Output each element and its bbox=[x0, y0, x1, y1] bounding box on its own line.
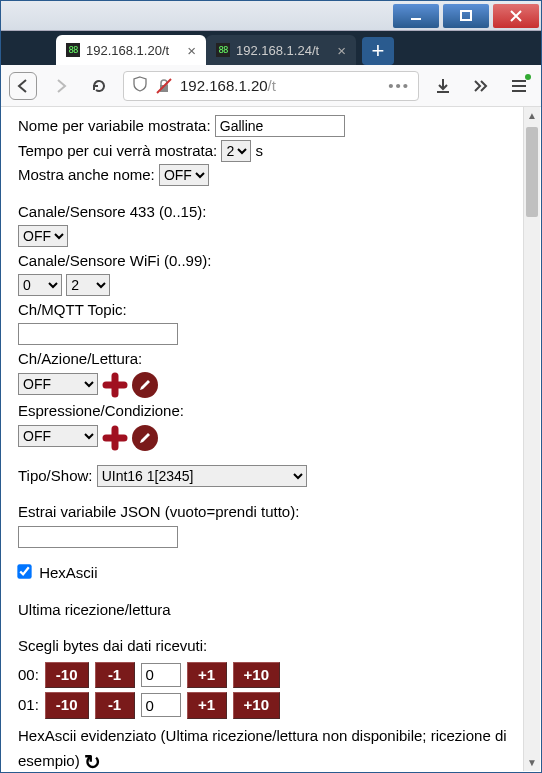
scroll-up-arrow-icon[interactable]: ▲ bbox=[524, 107, 540, 124]
nav-forward-button[interactable] bbox=[47, 72, 75, 100]
window-maximize-button[interactable] bbox=[443, 4, 489, 28]
hexascii-checkbox[interactable] bbox=[17, 564, 31, 578]
byte-plus1-button[interactable]: +1 bbox=[187, 662, 227, 689]
nav-back-button[interactable] bbox=[9, 72, 37, 100]
new-tab-button[interactable]: + bbox=[362, 37, 394, 65]
tab-close-icon[interactable]: × bbox=[187, 42, 196, 59]
canalewifi-b-select[interactable]: 2 bbox=[66, 274, 110, 296]
scroll-down-arrow-icon[interactable]: ▼ bbox=[524, 754, 540, 771]
ultima-ricezione-label: Ultima ricezione/lettura bbox=[18, 601, 171, 618]
scroll-thumb[interactable] bbox=[526, 127, 538, 217]
refresh-icon[interactable]: ↻ bbox=[84, 751, 101, 771]
browser-tab-active[interactable]: 88 192.168.1.20/t × bbox=[56, 35, 206, 65]
byte-minus1-button[interactable]: -1 bbox=[95, 662, 135, 689]
tipo-select[interactable]: UInt16 1[2345] bbox=[97, 465, 307, 487]
nav-reload-button[interactable] bbox=[85, 72, 113, 100]
canalewifi-label: Canale/Sensore WiFi (0..99): bbox=[18, 252, 211, 269]
favicon-icon: 88 bbox=[66, 43, 80, 57]
espressione-label: Espressione/Condizione: bbox=[18, 402, 184, 419]
mostra-nome-select[interactable]: OFF bbox=[159, 164, 209, 186]
downloads-button[interactable] bbox=[429, 72, 457, 100]
browser-tab-strip: 88 192.168.1.20/t × 88 192.168.1.24/t × … bbox=[1, 31, 541, 65]
tab-close-icon[interactable]: × bbox=[337, 42, 346, 59]
svg-rect-1 bbox=[461, 11, 471, 20]
json-label: Estrai variabile JSON (vuoto=prendi tutt… bbox=[18, 503, 299, 520]
mqtt-label: Ch/MQTT Topic: bbox=[18, 301, 127, 318]
azione-label: Ch/Azione/Lettura: bbox=[18, 350, 142, 367]
tempo-select[interactable]: 2 bbox=[221, 140, 251, 162]
edit-icon[interactable] bbox=[132, 372, 158, 398]
scegli-bytes-label: Scegli bytes dai dati ricevuti: bbox=[18, 637, 207, 654]
byte-row-00: 00: -10 -1 +1 +10 bbox=[18, 662, 516, 689]
byte-value-input[interactable] bbox=[141, 663, 181, 687]
overflow-button[interactable] bbox=[467, 72, 495, 100]
insecure-lock-icon[interactable] bbox=[156, 78, 172, 94]
json-input[interactable] bbox=[18, 526, 178, 548]
mostra-nome-label: Mostra anche nome: bbox=[18, 166, 155, 183]
tipo-label: Tipo/Show: bbox=[18, 467, 92, 484]
plus-icon[interactable] bbox=[102, 372, 128, 398]
byte-plus10-button[interactable]: +10 bbox=[233, 662, 280, 689]
byte-minus10-button[interactable]: -10 bbox=[45, 662, 89, 689]
browser-toolbar: 192.168.1.20/t ••• bbox=[1, 65, 541, 107]
hexascii-label: HexAscii bbox=[39, 564, 97, 581]
plus-icon[interactable] bbox=[102, 425, 128, 451]
byte-plus1-button[interactable]: +1 bbox=[187, 692, 227, 719]
canalewifi-a-select[interactable]: 0 bbox=[18, 274, 62, 296]
url-text: 192.168.1.20/t bbox=[180, 77, 380, 94]
edit-icon[interactable] bbox=[132, 425, 158, 451]
tab-title: 192.168.1.24/t bbox=[236, 43, 319, 58]
byte-row-01: 01: -10 -1 +1 +10 bbox=[18, 692, 516, 719]
window-minimize-button[interactable] bbox=[393, 4, 439, 28]
canale433-select[interactable]: OFF bbox=[18, 225, 68, 247]
byte-tag: 01: bbox=[18, 694, 39, 717]
tempo-label: Tempo per cui verrà mostrata: bbox=[18, 142, 217, 159]
nome-label: Nome per variabile mostrata: bbox=[18, 117, 211, 134]
canale433-label: Canale/Sensore 433 (0..15): bbox=[18, 203, 206, 220]
update-dot-icon bbox=[525, 74, 531, 80]
app-menu-button[interactable] bbox=[505, 72, 533, 100]
nome-input[interactable] bbox=[215, 115, 345, 137]
byte-plus10-button[interactable]: +10 bbox=[233, 692, 280, 719]
byte-minus10-button[interactable]: -10 bbox=[45, 692, 89, 719]
page-actions-icon[interactable]: ••• bbox=[388, 77, 410, 94]
espressione-select[interactable]: OFF bbox=[18, 425, 98, 447]
tab-title: 192.168.1.20/t bbox=[86, 43, 169, 58]
byte-value-input[interactable] bbox=[141, 693, 181, 717]
mqtt-input[interactable] bbox=[18, 323, 178, 345]
address-bar[interactable]: 192.168.1.20/t ••• bbox=[123, 71, 419, 101]
favicon-icon: 88 bbox=[216, 43, 230, 57]
vertical-scrollbar[interactable]: ▲ ▼ bbox=[523, 107, 540, 771]
byte-tag: 00: bbox=[18, 664, 39, 687]
tempo-unit: s bbox=[256, 142, 264, 159]
shield-icon[interactable] bbox=[132, 76, 148, 95]
window-titlebar bbox=[1, 1, 541, 31]
page-content: Nome per variabile mostrata: Tempo per c… bbox=[2, 107, 540, 771]
svg-rect-0 bbox=[411, 18, 421, 20]
azione-select[interactable]: OFF bbox=[18, 373, 98, 395]
byte-minus1-button[interactable]: -1 bbox=[95, 692, 135, 719]
browser-tab-inactive[interactable]: 88 192.168.1.24/t × bbox=[206, 35, 356, 65]
page-viewport: Nome per variabile mostrata: Tempo per c… bbox=[2, 107, 540, 771]
window-close-button[interactable] bbox=[493, 4, 539, 28]
